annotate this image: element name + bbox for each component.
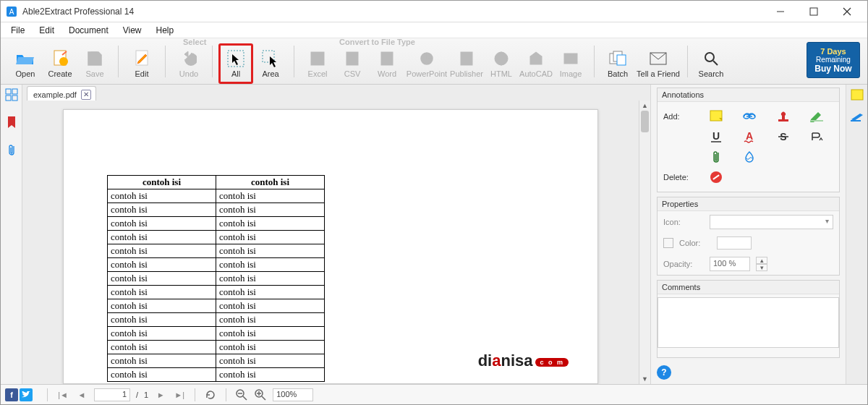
comments-area[interactable] — [658, 297, 839, 348]
icon-prop-label: Icon: — [663, 218, 704, 226]
twitter-icon[interactable] — [20, 388, 33, 401]
opacity-input[interactable]: 100 % — [710, 257, 750, 271]
batch-button[interactable]: Batch — [600, 43, 635, 84]
color-checkbox[interactable] — [663, 238, 673, 248]
svg-point-36 — [566, 56, 569, 59]
right-rail — [846, 85, 867, 384]
help-icon[interactable]: ? — [657, 365, 671, 380]
document-table: contoh isicontoh isi contoh isicontoh is… — [107, 175, 325, 382]
open-button[interactable]: Open — [8, 43, 43, 84]
menu-help[interactable]: Help — [149, 24, 182, 37]
caret-icon[interactable] — [808, 129, 825, 144]
svg-point-7 — [59, 57, 68, 66]
convert-excel-button[interactable]: Excel — [300, 43, 335, 84]
comments-panel: Comments — [657, 280, 840, 358]
first-page-button[interactable]: |◄ — [56, 388, 69, 401]
svg-rect-28 — [462, 54, 467, 58]
close-button[interactable] — [831, 1, 863, 22]
search-icon — [702, 49, 720, 68]
attachment-icon[interactable] — [4, 142, 19, 157]
convert-autocad-button[interactable]: AutoCAD — [519, 43, 553, 84]
menu-view[interactable]: View — [116, 24, 149, 37]
undo-button[interactable]: Undo — [171, 43, 206, 84]
table-row: contoh isicontoh isi — [108, 258, 325, 272]
delete-annotation-icon[interactable] — [707, 170, 725, 184]
minimize-button[interactable] — [765, 1, 796, 22]
table-cell: contoh isi — [216, 258, 325, 272]
table-row: contoh isicontoh isi — [108, 327, 325, 341]
select-all-button[interactable]: All — [218, 43, 253, 84]
left-rail — [1, 85, 22, 384]
link-icon[interactable] — [741, 109, 758, 124]
table-cell: contoh isi — [216, 354, 325, 368]
note-tool-icon[interactable] — [851, 89, 864, 102]
convert-powerpoint-button[interactable]: PowerPoint — [404, 43, 449, 84]
table-cell: contoh isi — [108, 299, 216, 313]
buy-now-button[interactable]: 7 Days Remaining Buy Now — [807, 42, 860, 78]
zoom-in-button[interactable] — [254, 388, 267, 401]
table-cell: contoh isi — [216, 231, 325, 244]
select-area-icon — [261, 49, 280, 68]
table-row: contoh isicontoh isi — [108, 341, 325, 354]
menu-document[interactable]: Document — [61, 24, 116, 37]
search-button[interactable]: Search — [694, 43, 728, 84]
table-cell: contoh isi — [108, 258, 216, 272]
table-row: contoh isicontoh isi — [108, 368, 325, 382]
attach-file-icon[interactable] — [707, 150, 725, 164]
highlighter-icon[interactable] — [808, 109, 825, 124]
underline-icon[interactable]: U — [707, 129, 725, 144]
svg-rect-46 — [12, 95, 17, 101]
file-tab[interactable]: example.pdf ✕ — [27, 86, 96, 101]
prev-page-button[interactable]: ◄ — [75, 388, 88, 401]
opacity-up-button[interactable]: ▴ — [756, 257, 767, 264]
strikethrough-icon[interactable]: S — [775, 129, 792, 144]
envelope-icon — [649, 49, 668, 68]
select-area-button[interactable]: Area — [253, 43, 288, 84]
convert-image-button[interactable]: Image — [553, 43, 588, 84]
opacity-down-button[interactable]: ▾ — [756, 264, 767, 271]
document-viewport[interactable]: contoh isicontoh isi contoh isicontoh is… — [22, 101, 639, 384]
convert-html-button[interactable]: HTML — [484, 43, 519, 84]
convert-publisher-button[interactable]: Publisher — [449, 43, 484, 84]
redact-tool-icon[interactable] — [850, 112, 864, 122]
next-page-button[interactable]: ► — [154, 388, 167, 401]
icon-select[interactable] — [710, 215, 833, 229]
save-button[interactable]: Save — [77, 43, 112, 84]
menu-edit[interactable]: Edit — [32, 24, 61, 37]
table-cell: contoh isi — [216, 368, 325, 382]
svg-rect-3 — [810, 8, 817, 15]
zoom-out-button[interactable] — [235, 388, 248, 401]
properties-panel: Properties Icon: Color: Opacity: 100 % ▴… — [657, 197, 840, 276]
scroll-up-icon[interactable]: ▲ — [639, 101, 650, 111]
edit-button[interactable]: Edit — [124, 43, 159, 84]
page-number-input[interactable]: 1 — [94, 388, 130, 401]
bookmark-icon[interactable] — [4, 115, 19, 129]
menu-file[interactable]: File — [4, 24, 32, 37]
convert-csv-button[interactable]: CSV — [335, 43, 370, 84]
convert-word-button[interactable]: Word — [370, 43, 404, 84]
facebook-icon[interactable]: f — [5, 388, 18, 401]
table-cell: contoh isi — [216, 272, 325, 286]
scroll-thumb[interactable] — [641, 111, 649, 132]
maximize-button[interactable] — [798, 1, 830, 22]
last-page-button[interactable]: ►| — [173, 388, 186, 401]
scroll-down-icon[interactable]: ▼ — [639, 374, 650, 384]
save-icon — [85, 49, 104, 68]
svg-line-62 — [243, 396, 247, 400]
thumbnails-icon[interactable] — [4, 88, 19, 102]
tell-friend-button[interactable]: Tell a Friend — [635, 43, 681, 84]
comments-header: Comments — [658, 281, 839, 294]
color-swatch[interactable] — [717, 236, 752, 250]
zoom-level-input[interactable]: 100% — [273, 388, 313, 401]
squiggly-icon[interactable]: A — [741, 129, 758, 144]
close-tab-icon[interactable]: ✕ — [81, 90, 91, 100]
watermark-tool-icon[interactable] — [741, 150, 758, 164]
sticky-note-icon[interactable] — [707, 109, 725, 124]
table-cell: contoh isi — [108, 217, 216, 231]
table-row: contoh isicontoh isi — [108, 272, 325, 286]
stamp-icon[interactable] — [775, 109, 792, 124]
create-button[interactable]: Create — [43, 43, 77, 84]
vertical-scrollbar[interactable]: ▲ ▼ — [639, 101, 650, 384]
rotate-button[interactable] — [204, 388, 217, 401]
delete-label: Delete: — [663, 173, 699, 182]
